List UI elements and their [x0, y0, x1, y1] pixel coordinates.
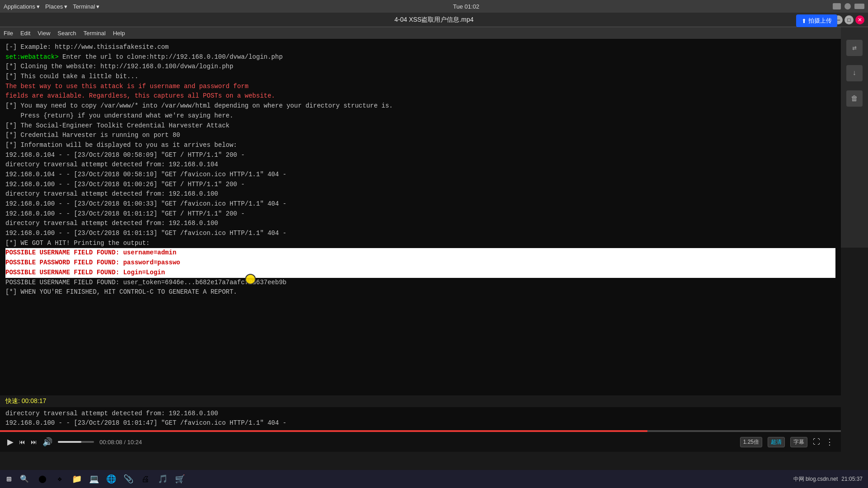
- term-line-19: 192.168.0.100 - - [23/Oct/2018 01:01:12]…: [5, 209, 835, 219]
- progress-bar[interactable]: [0, 430, 841, 432]
- subtitle-badge[interactable]: 字幕: [790, 437, 807, 447]
- taskbar-icon-task[interactable]: ❖: [52, 471, 68, 487]
- preview-line1: directory traversal attempt detected fro…: [5, 409, 835, 419]
- applications-arrow: ▾: [37, 3, 40, 10]
- term-line-6: The best way to use this attack is if us…: [5, 82, 835, 92]
- applications-label: Applications: [4, 3, 35, 10]
- quality-badge[interactable]: 超清: [768, 437, 785, 447]
- term-line-25: POSSIBLE USERNAME FIELD FOUND: Login=Log…: [5, 268, 835, 278]
- menu-view[interactable]: View: [38, 30, 50, 37]
- taskbar-icon-office[interactable]: 📎: [120, 471, 137, 487]
- term-line-13: 192.168.0.104 - - [23/Oct/2018 00:58:09]…: [5, 150, 835, 160]
- taskbar-website: 中网 blog.csdn.net: [793, 475, 838, 483]
- start-button[interactable]: ⊞: [0, 470, 18, 488]
- term-line-21: 192.168.0.100 - - [23/Oct/2018 01:01:13]…: [5, 229, 835, 239]
- system-bar-right: [833, 3, 864, 9]
- fullscreen-button[interactable]: ⛶: [813, 438, 820, 446]
- term-line-14: directory traversal attempt detected fro…: [5, 160, 835, 170]
- taskbar-icon-cortana[interactable]: ⬤: [34, 471, 51, 487]
- taskbar-icon-browser[interactable]: 🌐: [103, 471, 119, 487]
- terminal-label: Terminal: [73, 3, 95, 10]
- term-line-4: [*] This could take a little bit...: [5, 72, 835, 82]
- term-line-11: [*] Credential Harvester is running on p…: [5, 131, 835, 141]
- term-line-22: [*] WE GOT A HIT! Printing the output:: [5, 239, 835, 249]
- term-line-17: directory traversal attempt detected fro…: [5, 189, 835, 199]
- time-total: 10:24: [127, 439, 142, 446]
- menu-help[interactable]: Help: [113, 30, 125, 37]
- time-current: 00:08:08: [99, 439, 123, 446]
- term-line-1: set:webattack> Enter the url to clone:ht…: [5, 52, 835, 62]
- taskbar-right: 中网 blog.csdn.net 21:05:37: [793, 475, 868, 483]
- menu-file[interactable]: File: [4, 30, 13, 37]
- term-line-16: 192.168.0.100 - - [23/Oct/2018 01:00:26]…: [5, 180, 835, 190]
- speed-label: 快速: 00:08:17: [5, 397, 46, 405]
- system-time: Tue 01:02: [453, 3, 479, 10]
- volume-bar[interactable]: [58, 441, 94, 443]
- taskbar-time: 21:05:37: [841, 476, 863, 482]
- upload-label: 拍摄上传: [808, 17, 832, 25]
- download-button[interactable]: ↓: [846, 65, 863, 81]
- taskbar-app-icons: ⬤ ❖ 📁 💻 🌐 📎 🖨 🎵 🛒: [31, 471, 192, 487]
- window-title: 4-04 XSS盗取用户信息.mp4: [394, 16, 473, 24]
- maximize-button[interactable]: □: [844, 15, 854, 24]
- more-button[interactable]: ⋮: [826, 437, 834, 447]
- taskbar-icon-media[interactable]: 🎵: [155, 471, 171, 487]
- terminal-preview: directory traversal attempt detected fro…: [0, 407, 841, 430]
- taskbar-icon-print[interactable]: 🖨: [137, 471, 154, 487]
- term-line-27: [*] WHEN YOU'RE FINISHED, HIT CONTROL-C …: [5, 287, 835, 297]
- term-line-9: Press {return} if you understand what we…: [5, 111, 835, 121]
- terminal-arrow: ▾: [96, 3, 99, 10]
- places-arrow: ▾: [64, 3, 67, 10]
- term-line-8: [*] You may need to copy /var/www/* into…: [5, 101, 835, 111]
- menu-edit[interactable]: Edit: [20, 30, 30, 37]
- taskbar-search[interactable]: 🔍: [18, 474, 31, 483]
- system-bar: Applications ▾ Places ▾ Terminal ▾ Tue 0…: [0, 0, 868, 13]
- term-line-18: 192.168.0.100 - - [23/Oct/2018 01:00:33]…: [5, 199, 835, 209]
- term-line-3: [*] Cloning the website: http://192.168.…: [5, 62, 835, 72]
- close-button[interactable]: ✕: [855, 15, 864, 24]
- term-line-12: [*] Information will be displayed to you…: [5, 141, 835, 150]
- term-line-23: POSSIBLE USERNAME FIELD FOUND: username=…: [5, 248, 835, 258]
- share-button[interactable]: ⇄: [846, 40, 863, 56]
- next-button[interactable]: ⏭: [31, 438, 37, 446]
- term-line-15: 192.168.0.104 - - [23/Oct/2018 00:58:10]…: [5, 170, 835, 180]
- right-panel: ⇄ ↓ 🗑: [841, 13, 868, 248]
- volume-icon: [844, 3, 851, 9]
- speed-display: 快速: 00:08:17: [0, 395, 841, 407]
- term-line-20: directory traversal attempt detected fro…: [5, 219, 835, 229]
- taskbar: ⊞ 🔍 ⬤ ❖ 📁 💻 🌐 📎 🖨 🎵 🛒 中网 blog.csdn.net 2…: [0, 470, 868, 488]
- battery-icon: [854, 4, 864, 9]
- terminal-window: [-] Example: http://www.thisisafakesite.…: [0, 39, 841, 452]
- menu-search[interactable]: Search: [57, 30, 76, 37]
- upload-button[interactable]: ⬆ 拍摄上传: [796, 14, 837, 27]
- taskbar-icon-explorer[interactable]: 📁: [69, 471, 85, 487]
- taskbar-search-icon: 🔍: [20, 474, 29, 483]
- start-icon: ⊞: [7, 474, 12, 484]
- menu-terminal[interactable]: Terminal: [84, 30, 106, 37]
- menu-bar: File Edit View Search Terminal Help: [0, 27, 841, 39]
- applications-menu[interactable]: Applications ▾: [4, 3, 40, 10]
- network-icon: [833, 3, 841, 9]
- volume-icon: 🔊: [42, 437, 52, 447]
- preview-line2: 192.168.0.100 - - [23/Oct/2018 01:01:47]…: [5, 418, 835, 428]
- volume-fill: [58, 441, 81, 443]
- video-progress-area: 快速: 00:08:17 directory traversal attempt…: [0, 395, 841, 452]
- terminal-menu[interactable]: Terminal ▾: [73, 3, 99, 10]
- term-line-24: POSSIBLE PASSWORD FIELD FOUND: password=…: [5, 258, 835, 268]
- places-menu[interactable]: Places ▾: [45, 3, 67, 10]
- video-controls: ▶ ⏮ ⏭ 🔊 00:08:08 / 10:24 1.25倍 超清 字幕 ⛶ ⋮: [0, 432, 841, 452]
- prev-button[interactable]: ⏮: [19, 438, 25, 446]
- speed-badge[interactable]: 1.25倍: [740, 437, 762, 447]
- progress-fill: [0, 430, 647, 432]
- taskbar-icon-computer[interactable]: 💻: [86, 471, 102, 487]
- places-label: Places: [45, 3, 63, 10]
- play-button[interactable]: ▶: [7, 437, 14, 447]
- time-display: 00:08:08 / 10:24: [99, 439, 142, 446]
- taskbar-icon-store[interactable]: 🛒: [172, 471, 188, 487]
- system-bar-left: Applications ▾ Places ▾ Terminal ▾: [4, 3, 99, 10]
- term-line-0: [-] Example: http://www.thisisafakesite.…: [5, 42, 835, 52]
- term-line-7: fields are available. Regardless, this c…: [5, 91, 835, 101]
- term-line-26: POSSIBLE USERNAME FIELD FOUND: user_toke…: [5, 278, 835, 288]
- delete-button[interactable]: 🗑: [846, 90, 863, 107]
- title-bar: 4-04 XSS盗取用户信息.mp4 ─ □ ✕: [0, 13, 868, 27]
